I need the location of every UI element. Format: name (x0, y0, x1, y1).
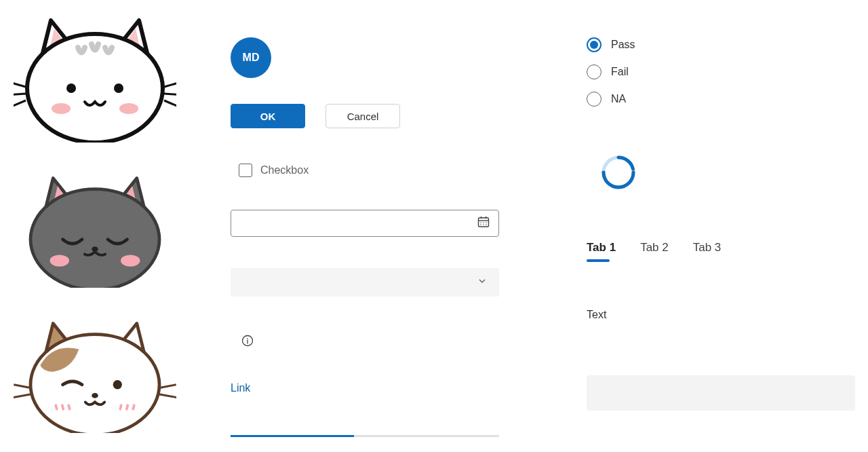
cat-image-grey (14, 159, 176, 290)
radio-fail[interactable]: Fail (587, 64, 858, 79)
svg-point-39 (247, 338, 248, 339)
svg-point-2 (114, 83, 123, 93)
svg-line-9 (164, 94, 176, 95)
svg-point-15 (31, 335, 159, 433)
radio-label: Fail (611, 66, 629, 78)
info-icon[interactable] (241, 335, 502, 350)
body-text: Text (587, 309, 858, 321)
progress-fill (231, 435, 354, 437)
progress-bar (231, 435, 499, 437)
tab-list: Tab 1 Tab 2 Tab 3 (587, 241, 858, 261)
svg-line-6 (14, 94, 26, 95)
skeleton-block (587, 375, 855, 411)
dropdown[interactable] (231, 268, 499, 297)
spinner (600, 154, 858, 193)
radio-group: Pass Fail NA (587, 37, 858, 107)
cat-image-calico (14, 304, 176, 436)
svg-point-17 (92, 393, 98, 398)
cat-image-white (14, 7, 176, 145)
radio-circle[interactable] (587, 37, 601, 52)
svg-point-3 (52, 103, 71, 114)
chevron-down-icon (477, 276, 487, 288)
ok-button[interactable]: OK (231, 104, 305, 128)
svg-point-14 (121, 255, 140, 267)
svg-line-5 (14, 81, 26, 87)
radio-label: Pass (611, 39, 635, 51)
svg-line-25 (14, 394, 31, 398)
avatar: MD (231, 37, 271, 78)
checkbox[interactable]: Checkbox (239, 164, 502, 177)
link[interactable]: Link (231, 382, 250, 394)
date-picker[interactable] (231, 210, 499, 237)
svg-line-10 (164, 100, 176, 109)
svg-line-8 (164, 81, 176, 87)
tab-2[interactable]: Tab 2 (640, 241, 669, 261)
svg-line-26 (159, 385, 176, 388)
cancel-button[interactable]: Cancel (326, 104, 400, 128)
svg-line-7 (14, 100, 26, 109)
radio-pass[interactable]: Pass (587, 37, 858, 52)
svg-point-1 (66, 83, 76, 93)
radio-label: NA (611, 93, 626, 105)
checkbox-label: Checkbox (260, 164, 309, 176)
svg-point-13 (50, 255, 70, 267)
svg-line-24 (14, 385, 31, 388)
checkbox-box[interactable] (239, 164, 252, 177)
radio-circle[interactable] (587, 64, 601, 79)
tab-1[interactable]: Tab 1 (587, 241, 616, 261)
avatar-initials: MD (243, 52, 260, 64)
svg-point-16 (113, 380, 122, 389)
calendar-icon[interactable] (477, 215, 490, 231)
radio-na[interactable]: NA (587, 92, 858, 107)
svg-point-4 (119, 103, 138, 114)
svg-point-11 (31, 189, 159, 288)
tab-3[interactable]: Tab 3 (693, 241, 722, 261)
svg-line-27 (159, 394, 176, 398)
radio-circle[interactable] (587, 92, 601, 107)
